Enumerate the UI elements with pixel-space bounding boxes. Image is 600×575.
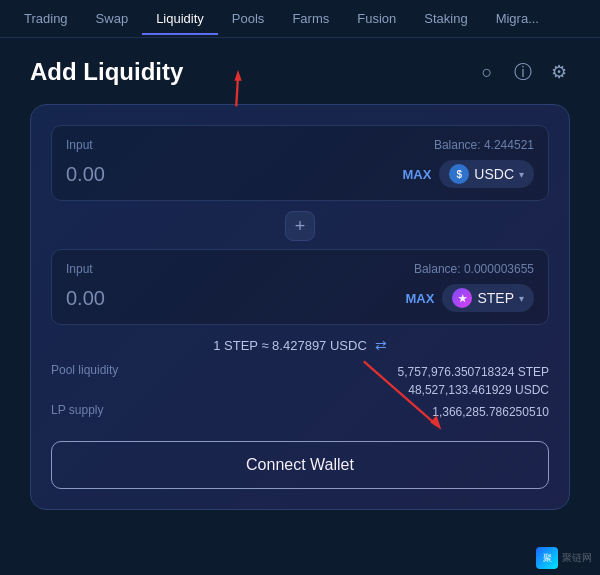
- rate-text: 1 STEP ≈ 8.427897 USDC: [213, 338, 367, 353]
- input2-balance: Balance: 0.000003655: [414, 262, 534, 276]
- nav-migration[interactable]: Migra...: [482, 3, 553, 34]
- input2-chevron-icon: ▾: [519, 293, 524, 304]
- info-section: Pool liquidity 5,757,976.350718324 STEP …: [51, 363, 549, 421]
- input2-value-row: 0.00 MAX ★ STEP ▾: [66, 284, 534, 312]
- pool-liquidity-key: Pool liquidity: [51, 363, 118, 377]
- input2-label: Input: [66, 262, 93, 276]
- lp-supply-value: 1,366,285.786250510: [432, 403, 549, 421]
- nav-fusion[interactable]: Fusion: [343, 3, 410, 34]
- plus-button[interactable]: +: [285, 211, 315, 241]
- input1-value-row: 0.00 MAX $ USDC ▾: [66, 160, 534, 188]
- input-box-1: Input Balance: 4.244521 0.00 MAX $ USDC …: [51, 125, 549, 201]
- watermark-icon: 聚: [536, 547, 558, 569]
- pool-liquidity-line2: 48,527,133.461929 USDC: [398, 381, 549, 399]
- step-icon: ★: [452, 288, 472, 308]
- title-icons: ○ ⓘ ⚙: [476, 61, 570, 83]
- input1-max-button[interactable]: MAX: [402, 167, 431, 182]
- input1-value[interactable]: 0.00: [66, 163, 105, 186]
- liquidity-card: Input Balance: 4.244521 0.00 MAX $ USDC …: [30, 104, 570, 510]
- input1-token-name: USDC: [474, 166, 514, 182]
- nav-staking[interactable]: Staking: [410, 3, 481, 34]
- nav-liquidity[interactable]: Liquidity: [142, 3, 218, 34]
- swap-icon[interactable]: ⇄: [375, 337, 387, 353]
- input1-chevron-icon: ▾: [519, 169, 524, 180]
- input2-right: MAX ★ STEP ▾: [406, 284, 534, 312]
- connect-wallet-button[interactable]: Connect Wallet: [51, 441, 549, 489]
- usdc-icon: $: [449, 164, 469, 184]
- watermark: 聚 聚链网: [536, 547, 592, 569]
- watermark-text: 聚链网: [562, 551, 592, 565]
- pool-liquidity-row: Pool liquidity 5,757,976.350718324 STEP …: [51, 363, 549, 399]
- rate-row: 1 STEP ≈ 8.427897 USDC ⇄: [51, 337, 549, 353]
- navbar: Trading Swap Liquidity Pools Farms Fusio…: [0, 0, 600, 38]
- settings-icon[interactable]: ⚙: [548, 61, 570, 83]
- pool-liquidity-line1: 5,757,976.350718324 STEP: [398, 363, 549, 381]
- main-content: Add Liquidity ○ ⓘ ⚙ Input Balance: 4.244…: [0, 38, 600, 530]
- input2-max-button[interactable]: MAX: [406, 291, 435, 306]
- input1-label: Input: [66, 138, 93, 152]
- input-box-2: Input Balance: 0.000003655 0.00 MAX ★ ST…: [51, 249, 549, 325]
- input2-token-name: STEP: [477, 290, 514, 306]
- input1-balance: Balance: 4.244521: [434, 138, 534, 152]
- lp-supply-row: LP supply 1,366,285.786250510: [51, 403, 549, 421]
- input2-token-selector[interactable]: ★ STEP ▾: [442, 284, 534, 312]
- title-row: Add Liquidity ○ ⓘ ⚙: [30, 58, 570, 86]
- circle-icon[interactable]: ○: [476, 61, 498, 83]
- input1-right: MAX $ USDC ▾: [402, 160, 534, 188]
- nav-trading[interactable]: Trading: [10, 3, 82, 34]
- input1-label-row: Input Balance: 4.244521: [66, 138, 534, 152]
- nav-farms[interactable]: Farms: [278, 3, 343, 34]
- page-title: Add Liquidity: [30, 58, 183, 86]
- nav-swap[interactable]: Swap: [82, 3, 143, 34]
- input2-label-row: Input Balance: 0.000003655: [66, 262, 534, 276]
- pool-liquidity-value: 5,757,976.350718324 STEP 48,527,133.4619…: [398, 363, 549, 399]
- nav-pools[interactable]: Pools: [218, 3, 279, 34]
- input2-value[interactable]: 0.00: [66, 287, 105, 310]
- input1-token-selector[interactable]: $ USDC ▾: [439, 160, 534, 188]
- info-icon[interactable]: ⓘ: [512, 61, 534, 83]
- plus-row: +: [51, 211, 549, 241]
- lp-supply-key: LP supply: [51, 403, 103, 417]
